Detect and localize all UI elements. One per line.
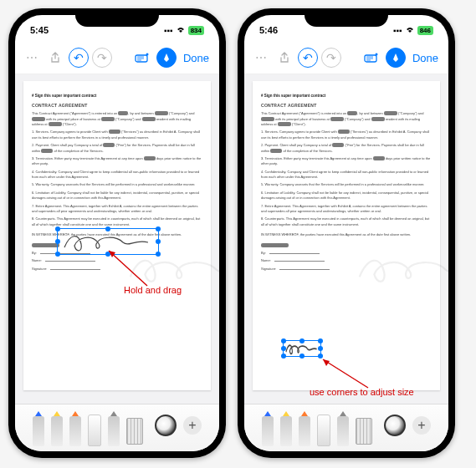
screen-left: 5:45 ▪▪▪ 834 ⋯ ↶ ↷ Done (15, 15, 219, 451)
company-name-box: Company Name (32, 243, 59, 247)
clause-list: 1. Services. Company agrees to provide C… (32, 130, 202, 227)
witness-line: IN WITNESS WHEREOF, the parties have exe… (261, 232, 432, 237)
by-line: By: (261, 251, 432, 256)
markup-tool-bar: + (244, 404, 448, 451)
pen-tip-button[interactable] (386, 48, 406, 68)
annotation-text: Hold and drag (124, 285, 182, 295)
ruler-tool[interactable] (126, 418, 143, 445)
done-button[interactable]: Done (180, 52, 212, 64)
more-button[interactable]: ⋯ (251, 48, 271, 68)
resize-handle[interactable] (55, 252, 60, 257)
company-name-box: Company Name (261, 243, 289, 247)
clause: 3. Termination. Either party may termina… (261, 156, 432, 167)
intro-para: This Contract Agreement ("Agreement") is… (32, 111, 202, 127)
resize-handle[interactable] (281, 338, 286, 343)
battery-icon: 846 (417, 26, 433, 35)
battery-icon: 834 (188, 26, 204, 35)
wifi-icon (405, 26, 415, 35)
more-button[interactable]: ⋯ (22, 48, 42, 68)
svg-point-1 (146, 53, 148, 56)
status-time: 5:45 (30, 25, 49, 35)
redo-button[interactable]: ↷ (92, 48, 112, 68)
resize-handle[interactable] (55, 226, 60, 231)
svg-point-5 (375, 53, 377, 56)
resize-handle[interactable] (281, 346, 286, 351)
share-button[interactable] (45, 48, 65, 68)
color-picker[interactable] (155, 415, 177, 436)
clause: 7. Entire Agreement. This Agreement, tog… (32, 204, 202, 215)
clause: 4. Confidentiality. Company and Client a… (261, 170, 432, 181)
markup-mode-button[interactable] (362, 48, 382, 68)
resize-handle[interactable] (318, 354, 323, 359)
resize-handle[interactable] (299, 338, 305, 343)
signature-selection[interactable] (283, 340, 321, 357)
add-button[interactable]: + (412, 416, 431, 435)
markup-tool-bar: + (15, 404, 219, 451)
pencil-tool[interactable] (299, 416, 310, 446)
clause: 2. Payment. Client shall pay Company a t… (261, 143, 432, 154)
signature-line: Signature: (261, 267, 432, 272)
clause: 6. Limitation of Liability. Company shal… (32, 191, 202, 201)
document-area[interactable]: # Sign this super important contract CON… (244, 74, 448, 404)
redo-button[interactable]: ↷ (321, 48, 341, 68)
document-area[interactable]: # Sign this super important contract CON… (15, 74, 219, 404)
ruler-tool[interactable] (356, 418, 372, 445)
resize-handle[interactable] (105, 252, 110, 257)
screen-right: 5:46 ▪▪▪ 846 ⋯ ↶ ↷ Done (244, 15, 448, 451)
annotation-text: use corners to adjust size (310, 387, 414, 397)
resize-handle[interactable] (55, 239, 60, 244)
resize-handle[interactable] (156, 252, 161, 257)
undo-button[interactable]: ↶ (69, 48, 89, 68)
clause: 1. Services. Company agrees to provide C… (32, 130, 202, 140)
resize-handle[interactable] (156, 239, 161, 244)
status-right: ▪▪▪ 834 (164, 26, 204, 35)
signature-mark (58, 229, 158, 254)
name-line: Name: (261, 258, 432, 263)
intro-para: This Contract Agreement ("Agreement") is… (261, 111, 432, 127)
resize-handle[interactable] (318, 346, 323, 351)
phone-left: 5:45 ▪▪▪ 834 ⋯ ↶ ↷ Done (8, 8, 226, 458)
pen-tool[interactable] (33, 416, 44, 446)
share-button[interactable] (274, 48, 294, 68)
resize-handle[interactable] (281, 354, 286, 359)
highlighter-tool[interactable] (280, 416, 292, 446)
notch (75, 8, 159, 27)
add-button[interactable]: + (183, 416, 202, 435)
markup-toolbar: ⋯ ↶ ↷ Done (244, 42, 448, 74)
status-time: 5:46 (259, 25, 278, 35)
clause: 3. Termination. Either party may termina… (32, 156, 202, 167)
clause-list: 1. Services. Company agrees to provide C… (261, 130, 432, 227)
eraser-tool[interactable] (317, 415, 330, 446)
doc-heading: # Sign this super important contract (32, 93, 202, 99)
notch (305, 8, 388, 27)
document-page: # Sign this super important contract CON… (253, 81, 440, 390)
lasso-tool[interactable] (108, 416, 120, 446)
signal-icon: ▪▪▪ (164, 26, 173, 35)
done-button[interactable]: Done (409, 52, 442, 64)
clause: 5. Warranty. Company warrants that the S… (32, 182, 202, 187)
clause: 6. Limitation of Liability. Company shal… (261, 191, 432, 201)
clause: 7. Entire Agreement. This Agreement, tog… (261, 204, 432, 215)
signature-line: Signature: (32, 267, 202, 272)
name-line: Name: (32, 258, 202, 263)
clause: 2. Payment. Client shall pay Company a t… (32, 143, 202, 154)
status-right: ▪▪▪ 846 (393, 26, 433, 35)
undo-button[interactable]: ↶ (298, 48, 318, 68)
lasso-tool[interactable] (337, 416, 349, 446)
resize-handle[interactable] (299, 354, 305, 359)
doc-title: CONTRACT AGREEMENT (261, 102, 432, 109)
pen-tool[interactable] (262, 416, 274, 446)
signature-selection[interactable] (57, 228, 159, 255)
phone-right: 5:46 ▪▪▪ 846 ⋯ ↶ ↷ Done (238, 8, 455, 458)
color-picker[interactable] (384, 415, 406, 436)
resize-handle[interactable] (105, 226, 110, 231)
clause: 8. Counterparts. This Agreement may be e… (261, 216, 432, 227)
eraser-tool[interactable] (88, 415, 101, 446)
resize-handle[interactable] (156, 226, 161, 231)
pencil-tool[interactable] (69, 416, 81, 446)
document-page: # Sign this super important contract CON… (23, 81, 211, 390)
markup-mode-button[interactable] (133, 48, 153, 68)
resize-handle[interactable] (318, 338, 323, 343)
highlighter-tool[interactable] (51, 416, 63, 446)
pen-tip-button[interactable] (156, 48, 177, 68)
